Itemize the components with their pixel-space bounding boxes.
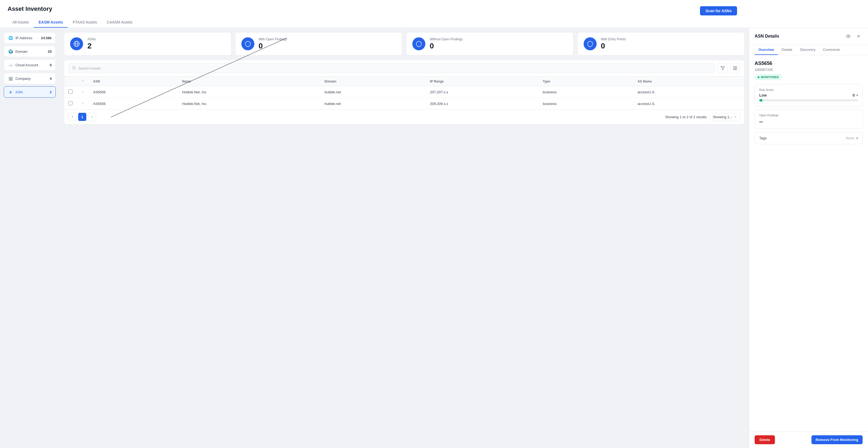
panel-title: ASN Details [755,34,779,39]
page-nav: 1 [68,113,96,121]
risk-chevron-icon[interactable]: ▾ [856,93,858,97]
row-name-2: Hubble.Net, Inc. [178,98,320,109]
stat-card-without-open: Without Open Findings 0 [406,32,574,56]
panel-eye-button[interactable] [844,32,852,40]
svg-point-8 [848,36,849,37]
stat-card-asns: ASNs 2 [64,32,231,56]
tab-ptaas-assets[interactable]: PTAAS Assets [68,17,102,28]
sidebar-item-domain[interactable]: 🌍 Domain 20 [4,46,56,57]
col-header-name: Name [178,76,320,86]
row-asname-1: accessU.S. [633,86,744,98]
main-tabs: All Assets EASM Assets PTAAS Assets CAAS… [7,17,861,28]
page-title: Asset Inventory [7,5,52,16]
open-findings-value: -- [759,119,858,125]
row-asn-2: AS5656 [89,98,178,109]
sidebar-label-asn: ASN [16,90,23,94]
without-open-stat-label: Without Open Findings [430,37,463,42]
delete-button[interactable]: Delete [755,435,775,444]
status-dot [757,76,760,78]
col-header-chevron [77,76,89,86]
row-ip-2: 209.209.x.x [426,98,538,109]
tab-all-assets[interactable]: All Assets [7,17,34,28]
col-header-checkbox [64,76,77,86]
search-input[interactable] [78,66,712,70]
panel-tab-comments[interactable]: Comments [819,45,844,55]
table-row[interactable]: AS5656 Hubble.Net, Inc. hubble.net 207.2… [64,86,744,98]
sidebar-count-domain: 20 [48,50,52,54]
row-type-1: business [538,86,633,98]
sidebar-item-cloud[interactable]: ☁️ Cloud Account 0 [4,59,56,71]
asset-sub-id: 1000007243 [755,68,863,72]
with-open-stat-icon [241,37,254,50]
sidebar-count-asn: 2 [50,90,52,94]
row-name-1: Hubble.Net, Inc. [178,86,320,98]
ip-address-icon: 🌐 [8,35,13,40]
risk-level: Low [759,93,767,97]
sidebar-count-company: 4 [50,76,52,81]
stat-card-with-open: With Open Findings 0 [235,32,403,56]
sidebar-count-ip: 24.58k [41,36,52,40]
table-row[interactable]: AS5656 Hubble.Net, Inc. hubble.net 209.2… [64,98,744,109]
row-checkbox-1[interactable] [68,90,72,94]
right-panel: ASN Details Overview Details Discovery C… [749,28,868,448]
asn-icon: # [8,89,13,95]
svg-line-4 [75,68,75,69]
panel-close-button[interactable] [855,32,863,40]
filter-button[interactable] [718,63,727,73]
sidebar-count-cloud: 0 [50,63,52,67]
sidebar: 🌐 IP Address 24.58k 🌍 Domain 20 ☁️ Cloud… [0,28,60,448]
asset-id: AS5656 [755,61,863,66]
sidebar-item-ip[interactable]: 🌐 IP Address 24.58k [4,32,56,43]
risk-score-box: Risk Score Low 0 ▾ [755,84,863,106]
showing-dropdown[interactable]: Showing 1... [710,113,740,121]
tab-easm-assets[interactable]: EASM Assets [34,17,68,28]
pagination: 1 Showing 1 to 2 of 2 results Showing 1.… [64,109,744,124]
sidebar-item-company[interactable]: 🏢 Company 4 [4,73,56,84]
panel-tab-overview[interactable]: Overview [755,45,778,55]
row-ip-1: 207.207.x.x [426,86,538,98]
table-toolbar [64,60,744,76]
stats-row: ASNs 2 With Open Findings 0 [64,32,745,56]
stat-card-with-entry: With Entry Points 0 [578,32,745,56]
panel-header: ASN Details [749,28,868,45]
tags-value: None [846,136,854,140]
with-open-stat-label: With Open Findings [259,37,287,42]
risk-value: 0 [852,93,855,97]
col-header-ip-range: IP Range [426,76,538,86]
company-icon: 🏢 [8,76,13,81]
with-entry-stat-value: 0 [601,42,626,50]
assets-table: ASN Name Domain IP Range Type AS Name [64,76,744,109]
panel-footer: Delete Remove From Monitoring [749,431,868,448]
next-page-button[interactable] [88,113,96,121]
prev-page-button[interactable] [68,113,76,121]
sidebar-label-company: Company [16,76,31,81]
col-header-as-name: AS Name [633,76,744,86]
remove-from-monitoring-button[interactable]: Remove From Monitoring [811,435,863,444]
tags-label: Tags [759,136,767,140]
tags-chevron-icon[interactable]: ▾ [856,136,858,140]
panel-tab-discovery[interactable]: Discovery [796,45,819,55]
panel-tab-details[interactable]: Details [778,45,796,55]
tab-caasm-assets[interactable]: CAASM Assets [102,17,137,28]
scan-asns-button[interactable]: Scan for ASNs [700,6,737,15]
risk-bar [759,100,858,101]
panel-content: AS5656 1000007243 MONITORED Risk Score L… [749,55,868,431]
open-findings-box: Open Findings -- [755,109,863,129]
sidebar-item-asn[interactable]: # ASN 2 [4,86,56,98]
row-asname-2: accessU.S. [633,98,744,109]
svg-marker-5 [721,67,724,70]
page-1-button[interactable]: 1 [78,113,86,121]
svg-rect-7 [736,67,737,70]
row-checkbox-2[interactable] [68,101,72,105]
search-wrap[interactable] [68,63,715,73]
without-open-stat-value: 0 [430,42,463,50]
showing-text: Showing 1 to 2 of 2 results [665,115,707,119]
svg-rect-6 [734,67,735,70]
panel-tabs: Overview Details Discovery Comments [749,45,868,55]
content-area: ASNs 2 With Open Findings 0 [60,28,749,448]
search-icon [72,66,76,71]
columns-button[interactable] [730,63,740,73]
asns-stat-value: 2 [87,42,96,50]
row-asn-1: AS5656 [89,86,178,98]
domain-icon: 🌍 [8,49,13,54]
